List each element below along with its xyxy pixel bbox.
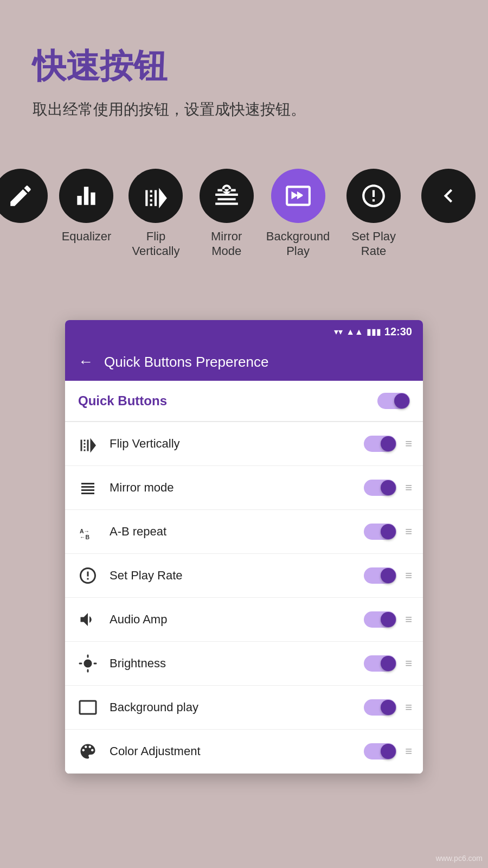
color-adjustment-icon-container xyxy=(76,739,100,763)
background-play-label: Background play xyxy=(110,700,364,714)
toggle-track-bp xyxy=(364,699,396,716)
set-play-rate-icon-container xyxy=(76,564,100,588)
audio-amp-controls: ≡ xyxy=(364,611,412,628)
toggle-track-aa xyxy=(364,611,396,628)
audio-amp-label: Audio Amp xyxy=(110,612,364,627)
brightness-drag-handle[interactable]: ≡ xyxy=(405,656,412,671)
toggle-track-mm xyxy=(364,480,396,496)
toggle-thumb-ab xyxy=(381,524,396,539)
background-play-icon-container xyxy=(76,695,100,719)
app-back-button[interactable]: ← xyxy=(78,353,93,371)
flip-vertically-drag-handle[interactable]: ≡ xyxy=(405,437,412,451)
set-play-rate-controls: ≡ xyxy=(364,567,412,584)
icon-circle-back xyxy=(421,169,476,223)
icon-item-equalizer[interactable]: Equalizer xyxy=(56,169,116,244)
header-section: 快速按钮 取出经常使用的按钮，设置成快速按钮。 xyxy=(0,0,488,136)
icon-label-playrate: Set Play Rate xyxy=(338,229,409,258)
status-bar: ▾▾ ▲▲ ▮▮▮ 12:30 xyxy=(65,320,423,343)
toggle-thumb xyxy=(394,393,409,409)
icon-item-background-play[interactable]: BackgroundPlay xyxy=(267,169,329,258)
mirror-mode-label: Mirror mode xyxy=(110,481,364,495)
ab-repeat-toggle[interactable] xyxy=(364,524,396,540)
color-adjustment-controls: ≡ xyxy=(364,743,412,760)
mirror-mode-drag-handle[interactable]: ≡ xyxy=(405,481,412,495)
quick-buttons-toggle-row: Quick Buttons xyxy=(65,381,423,422)
toggle-thumb-ca xyxy=(381,744,396,759)
signal-icon: ▲▲ xyxy=(346,327,363,337)
list-item-set-play-rate[interactable]: Set Play Rate ≡ xyxy=(65,554,423,598)
color-adjustment-toggle[interactable] xyxy=(364,743,396,760)
app-header-title: Quick Buttons Preperence xyxy=(104,354,269,371)
icon-item-flip-vertically[interactable]: FlipVertically xyxy=(126,169,185,258)
list-item-background-play[interactable]: Background play ≡ xyxy=(65,686,423,730)
svg-text:←B: ←B xyxy=(80,534,90,540)
background-play-controls: ≡ xyxy=(364,699,412,716)
mirror-mode-icon-container xyxy=(76,476,100,500)
set-play-rate-icon xyxy=(78,566,98,585)
toggle-track xyxy=(377,393,410,409)
brightness-controls: ≡ xyxy=(364,655,412,672)
background-play-drag-handle[interactable]: ≡ xyxy=(405,700,412,714)
set-play-rate-toggle[interactable] xyxy=(364,567,396,584)
icon-item-partial[interactable] xyxy=(0,169,47,229)
toggle-track-spr xyxy=(364,567,396,584)
list-item-mirror-mode[interactable]: Mirror mode ≡ xyxy=(65,466,423,510)
toggle-track-ca xyxy=(364,743,396,760)
icon-item-back[interactable] xyxy=(419,169,478,229)
background-play-icon xyxy=(285,182,312,209)
flip-vertically-label: Flip Vertically xyxy=(110,437,364,451)
brightness-label: Brightness xyxy=(110,656,364,671)
equalizer-icon xyxy=(73,182,100,209)
ab-repeat-icon-container: A→←B xyxy=(76,520,100,544)
toggle-thumb-bp xyxy=(381,700,396,715)
flip-vertically-icon-container xyxy=(76,432,100,456)
background-play-list-icon xyxy=(78,698,98,717)
toggle-thumb-mm xyxy=(381,480,396,495)
list-item-brightness[interactable]: Brightness ≡ xyxy=(65,642,423,686)
brightness-icon xyxy=(78,654,98,673)
flip-vertically-icon xyxy=(78,434,98,454)
status-time: 12:30 xyxy=(384,326,412,338)
list-item-color-adjustment[interactable]: Color Adjustment ≡ xyxy=(65,730,423,774)
page-subtitle: 取出经常使用的按钮，设置成快速按钮。 xyxy=(33,99,455,120)
icon-item-set-play-rate[interactable]: Set Play Rate xyxy=(338,169,409,258)
list-item-audio-amp[interactable]: Audio Amp ≡ xyxy=(65,598,423,642)
icon-circle-background xyxy=(271,169,325,223)
list-items-container: Flip Vertically ≡ Mirror mode xyxy=(65,422,423,774)
ab-repeat-label: A-B repeat xyxy=(110,525,364,539)
ab-repeat-drag-handle[interactable]: ≡ xyxy=(405,525,412,539)
list-item-ab-repeat[interactable]: A→←B A-B repeat ≡ xyxy=(65,510,423,554)
audio-amp-drag-handle[interactable]: ≡ xyxy=(405,612,412,627)
color-adjustment-drag-handle[interactable]: ≡ xyxy=(405,744,412,758)
brightness-toggle[interactable] xyxy=(364,655,396,672)
status-icons: ▾▾ ▲▲ ▮▮▮ 12:30 xyxy=(334,326,412,338)
icon-circle-playrate xyxy=(346,169,401,223)
playrate-icon xyxy=(360,182,387,209)
color-adjustment-label: Color Adjustment xyxy=(110,744,364,758)
toggle-thumb-spr xyxy=(381,568,396,583)
flip-vertically-toggle[interactable] xyxy=(364,436,396,452)
icon-label-background: BackgroundPlay xyxy=(266,229,330,258)
quick-buttons-label: Quick Buttons xyxy=(78,393,167,409)
icon-circle-mirror xyxy=(200,169,254,223)
icon-item-mirror-mode[interactable]: Mirror Mode xyxy=(195,169,257,258)
toggle-thumb-fv xyxy=(381,436,396,451)
color-adjustment-icon xyxy=(78,742,98,761)
quick-buttons-toggle[interactable] xyxy=(377,393,410,409)
back-icon xyxy=(435,182,462,209)
page-title: 快速按钮 xyxy=(33,43,455,89)
list-item-flip-vertically[interactable]: Flip Vertically ≡ xyxy=(65,422,423,466)
background-play-toggle[interactable] xyxy=(364,699,396,716)
set-play-rate-drag-handle[interactable]: ≡ xyxy=(405,569,412,583)
watermark: www.pc6.com xyxy=(436,854,483,863)
mirror-mode-icon xyxy=(78,478,98,497)
toggle-track-ab xyxy=(364,524,396,540)
phone-mockup: ▾▾ ▲▲ ▮▮▮ 12:30 ← Quick Buttons Preperen… xyxy=(65,320,423,774)
audio-amp-icon xyxy=(78,610,98,629)
partial-icon xyxy=(7,182,34,209)
toggle-track-br xyxy=(364,655,396,672)
ab-repeat-controls: ≡ xyxy=(364,524,412,540)
mirror-mode-toggle[interactable] xyxy=(364,480,396,496)
app-header: ← Quick Buttons Preperence xyxy=(65,343,423,381)
audio-amp-toggle[interactable] xyxy=(364,611,396,628)
